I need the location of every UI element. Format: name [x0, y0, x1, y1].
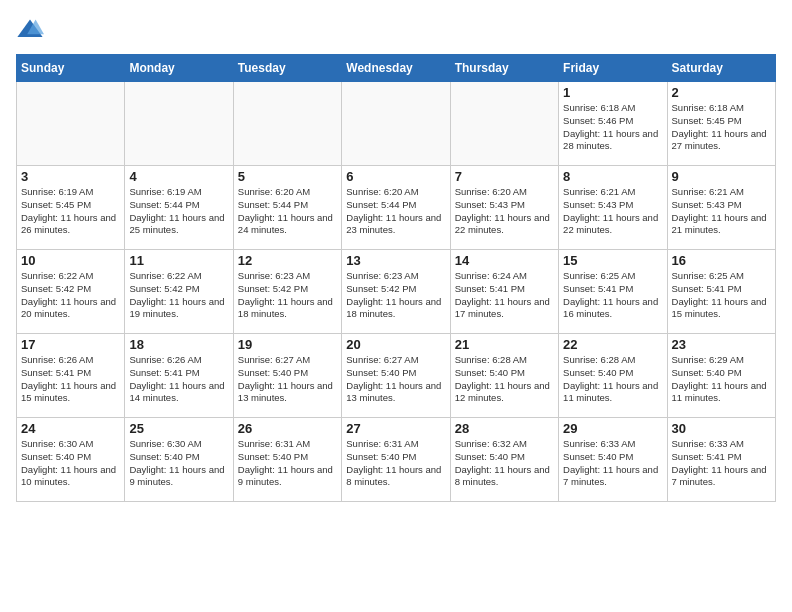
day-info: Sunrise: 6:30 AM Sunset: 5:40 PM Dayligh… — [21, 438, 120, 489]
calendar-week-2: 3Sunrise: 6:19 AM Sunset: 5:45 PM Daylig… — [17, 166, 776, 250]
calendar-cell: 6Sunrise: 6:20 AM Sunset: 5:44 PM Daylig… — [342, 166, 450, 250]
calendar-cell: 13Sunrise: 6:23 AM Sunset: 5:42 PM Dayli… — [342, 250, 450, 334]
calendar-cell — [342, 82, 450, 166]
day-number: 16 — [672, 253, 771, 268]
weekday-header-sunday: Sunday — [17, 55, 125, 82]
day-info: Sunrise: 6:25 AM Sunset: 5:41 PM Dayligh… — [672, 270, 771, 321]
day-info: Sunrise: 6:28 AM Sunset: 5:40 PM Dayligh… — [563, 354, 662, 405]
day-number: 2 — [672, 85, 771, 100]
calendar-cell: 1Sunrise: 6:18 AM Sunset: 5:46 PM Daylig… — [559, 82, 667, 166]
day-number: 27 — [346, 421, 445, 436]
calendar-week-1: 1Sunrise: 6:18 AM Sunset: 5:46 PM Daylig… — [17, 82, 776, 166]
day-number: 13 — [346, 253, 445, 268]
day-info: Sunrise: 6:31 AM Sunset: 5:40 PM Dayligh… — [346, 438, 445, 489]
calendar-cell: 19Sunrise: 6:27 AM Sunset: 5:40 PM Dayli… — [233, 334, 341, 418]
calendar-cell: 12Sunrise: 6:23 AM Sunset: 5:42 PM Dayli… — [233, 250, 341, 334]
calendar-cell — [450, 82, 558, 166]
calendar-cell — [233, 82, 341, 166]
weekday-header-thursday: Thursday — [450, 55, 558, 82]
calendar-cell: 7Sunrise: 6:20 AM Sunset: 5:43 PM Daylig… — [450, 166, 558, 250]
calendar-cell: 9Sunrise: 6:21 AM Sunset: 5:43 PM Daylig… — [667, 166, 775, 250]
calendar-header-row: SundayMondayTuesdayWednesdayThursdayFrid… — [17, 55, 776, 82]
day-number: 7 — [455, 169, 554, 184]
calendar-cell: 26Sunrise: 6:31 AM Sunset: 5:40 PM Dayli… — [233, 418, 341, 502]
calendar-cell: 22Sunrise: 6:28 AM Sunset: 5:40 PM Dayli… — [559, 334, 667, 418]
calendar-cell: 15Sunrise: 6:25 AM Sunset: 5:41 PM Dayli… — [559, 250, 667, 334]
day-info: Sunrise: 6:20 AM Sunset: 5:43 PM Dayligh… — [455, 186, 554, 237]
day-info: Sunrise: 6:26 AM Sunset: 5:41 PM Dayligh… — [21, 354, 120, 405]
calendar-cell: 18Sunrise: 6:26 AM Sunset: 5:41 PM Dayli… — [125, 334, 233, 418]
day-number: 19 — [238, 337, 337, 352]
day-info: Sunrise: 6:27 AM Sunset: 5:40 PM Dayligh… — [346, 354, 445, 405]
weekday-header-monday: Monday — [125, 55, 233, 82]
logo — [16, 16, 48, 44]
day-info: Sunrise: 6:19 AM Sunset: 5:45 PM Dayligh… — [21, 186, 120, 237]
day-number: 20 — [346, 337, 445, 352]
day-number: 29 — [563, 421, 662, 436]
day-info: Sunrise: 6:25 AM Sunset: 5:41 PM Dayligh… — [563, 270, 662, 321]
day-number: 1 — [563, 85, 662, 100]
calendar-cell: 28Sunrise: 6:32 AM Sunset: 5:40 PM Dayli… — [450, 418, 558, 502]
calendar-cell: 20Sunrise: 6:27 AM Sunset: 5:40 PM Dayli… — [342, 334, 450, 418]
day-number: 24 — [21, 421, 120, 436]
calendar-cell — [125, 82, 233, 166]
day-number: 11 — [129, 253, 228, 268]
page-header — [16, 16, 776, 44]
day-info: Sunrise: 6:32 AM Sunset: 5:40 PM Dayligh… — [455, 438, 554, 489]
calendar-cell: 17Sunrise: 6:26 AM Sunset: 5:41 PM Dayli… — [17, 334, 125, 418]
day-info: Sunrise: 6:20 AM Sunset: 5:44 PM Dayligh… — [346, 186, 445, 237]
day-number: 25 — [129, 421, 228, 436]
weekday-header-friday: Friday — [559, 55, 667, 82]
logo-icon — [16, 16, 44, 44]
day-info: Sunrise: 6:22 AM Sunset: 5:42 PM Dayligh… — [21, 270, 120, 321]
calendar-cell: 25Sunrise: 6:30 AM Sunset: 5:40 PM Dayli… — [125, 418, 233, 502]
calendar-cell: 8Sunrise: 6:21 AM Sunset: 5:43 PM Daylig… — [559, 166, 667, 250]
day-number: 9 — [672, 169, 771, 184]
day-number: 22 — [563, 337, 662, 352]
weekday-header-saturday: Saturday — [667, 55, 775, 82]
day-number: 30 — [672, 421, 771, 436]
day-number: 12 — [238, 253, 337, 268]
day-number: 8 — [563, 169, 662, 184]
day-number: 18 — [129, 337, 228, 352]
weekday-header-wednesday: Wednesday — [342, 55, 450, 82]
calendar-cell: 10Sunrise: 6:22 AM Sunset: 5:42 PM Dayli… — [17, 250, 125, 334]
calendar-cell: 5Sunrise: 6:20 AM Sunset: 5:44 PM Daylig… — [233, 166, 341, 250]
day-info: Sunrise: 6:30 AM Sunset: 5:40 PM Dayligh… — [129, 438, 228, 489]
day-number: 5 — [238, 169, 337, 184]
day-number: 26 — [238, 421, 337, 436]
calendar-week-3: 10Sunrise: 6:22 AM Sunset: 5:42 PM Dayli… — [17, 250, 776, 334]
calendar-cell — [17, 82, 125, 166]
day-info: Sunrise: 6:20 AM Sunset: 5:44 PM Dayligh… — [238, 186, 337, 237]
day-number: 28 — [455, 421, 554, 436]
calendar-table: SundayMondayTuesdayWednesdayThursdayFrid… — [16, 54, 776, 502]
day-number: 3 — [21, 169, 120, 184]
calendar-cell: 2Sunrise: 6:18 AM Sunset: 5:45 PM Daylig… — [667, 82, 775, 166]
day-info: Sunrise: 6:27 AM Sunset: 5:40 PM Dayligh… — [238, 354, 337, 405]
calendar-cell: 30Sunrise: 6:33 AM Sunset: 5:41 PM Dayli… — [667, 418, 775, 502]
day-info: Sunrise: 6:29 AM Sunset: 5:40 PM Dayligh… — [672, 354, 771, 405]
day-info: Sunrise: 6:18 AM Sunset: 5:45 PM Dayligh… — [672, 102, 771, 153]
day-info: Sunrise: 6:23 AM Sunset: 5:42 PM Dayligh… — [346, 270, 445, 321]
calendar-week-4: 17Sunrise: 6:26 AM Sunset: 5:41 PM Dayli… — [17, 334, 776, 418]
day-number: 23 — [672, 337, 771, 352]
day-info: Sunrise: 6:26 AM Sunset: 5:41 PM Dayligh… — [129, 354, 228, 405]
day-info: Sunrise: 6:31 AM Sunset: 5:40 PM Dayligh… — [238, 438, 337, 489]
weekday-header-tuesday: Tuesday — [233, 55, 341, 82]
calendar-cell: 11Sunrise: 6:22 AM Sunset: 5:42 PM Dayli… — [125, 250, 233, 334]
day-info: Sunrise: 6:23 AM Sunset: 5:42 PM Dayligh… — [238, 270, 337, 321]
calendar-week-5: 24Sunrise: 6:30 AM Sunset: 5:40 PM Dayli… — [17, 418, 776, 502]
calendar-cell: 16Sunrise: 6:25 AM Sunset: 5:41 PM Dayli… — [667, 250, 775, 334]
calendar-cell: 24Sunrise: 6:30 AM Sunset: 5:40 PM Dayli… — [17, 418, 125, 502]
calendar-cell: 14Sunrise: 6:24 AM Sunset: 5:41 PM Dayli… — [450, 250, 558, 334]
day-info: Sunrise: 6:33 AM Sunset: 5:40 PM Dayligh… — [563, 438, 662, 489]
day-number: 6 — [346, 169, 445, 184]
day-number: 4 — [129, 169, 228, 184]
day-info: Sunrise: 6:28 AM Sunset: 5:40 PM Dayligh… — [455, 354, 554, 405]
day-number: 21 — [455, 337, 554, 352]
day-number: 14 — [455, 253, 554, 268]
calendar-cell: 29Sunrise: 6:33 AM Sunset: 5:40 PM Dayli… — [559, 418, 667, 502]
calendar-cell: 23Sunrise: 6:29 AM Sunset: 5:40 PM Dayli… — [667, 334, 775, 418]
day-number: 17 — [21, 337, 120, 352]
day-number: 10 — [21, 253, 120, 268]
